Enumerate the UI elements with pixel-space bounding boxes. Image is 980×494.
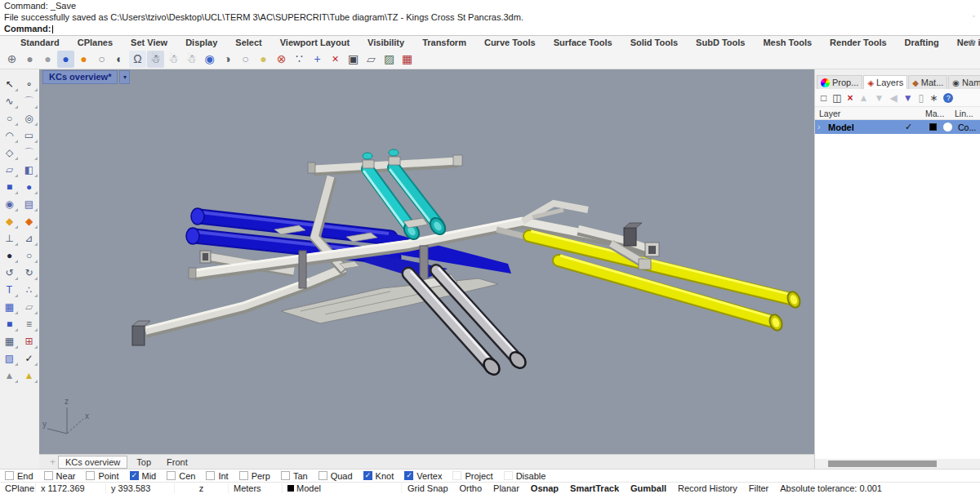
osnap-disable[interactable]: Disable <box>504 471 546 481</box>
surface-patch-icon[interactable]: ◧ <box>20 162 38 178</box>
polygon-icon[interactable]: ◇ <box>1 145 18 161</box>
sun-display-icon[interactable]: ● <box>75 51 92 68</box>
osnap-near[interactable]: Near <box>44 471 76 481</box>
arc-icon[interactable]: ◠ <box>1 127 18 144</box>
delete-layer-icon[interactable]: × <box>848 93 853 103</box>
boolean-difference-icon[interactable]: ○ <box>20 247 38 264</box>
chamfer-icon[interactable]: ⊿ <box>20 230 38 247</box>
raytraced-icon[interactable]: ◉ <box>201 51 218 68</box>
viewport-canvas[interactable]: z y x <box>39 69 814 454</box>
cone-icon[interactable]: ▲ <box>1 367 18 384</box>
tab-material[interactable]: ◆Mat... <box>908 75 947 89</box>
gear-icon[interactable]: ⚙ <box>968 38 976 48</box>
toggle-filter[interactable]: Filter <box>743 483 774 493</box>
match-layer-icon[interactable]: ▯ <box>919 93 924 103</box>
checkbox[interactable] <box>504 471 513 480</box>
rotate-cw-icon[interactable]: ↻ <box>20 265 38 281</box>
render-window-icon[interactable]: ☃ <box>165 51 182 68</box>
osnap-quad[interactable]: Quad <box>318 471 353 481</box>
gold-sphere-icon[interactable]: ● <box>255 51 272 68</box>
toggle-planar[interactable]: Planar <box>488 483 525 493</box>
layer-name[interactable]: Model <box>828 122 905 132</box>
menu-item[interactable]: Display <box>176 38 226 47</box>
osnap-mid[interactable]: Mid <box>130 471 157 481</box>
menu-item[interactable]: Surface Tools <box>545 38 621 47</box>
menu-item[interactable]: Visibility <box>359 38 413 47</box>
checkbox[interactable] <box>44 471 53 480</box>
osnap-tan[interactable]: Tan <box>281 471 308 481</box>
checkbox[interactable] <box>167 471 176 480</box>
torus-icon[interactable]: ◉ <box>1 196 18 212</box>
status-tolerance[interactable]: Absolute tolerance: 0.001 <box>774 483 888 493</box>
menu-item[interactable]: Mesh Tools <box>754 38 821 47</box>
checkbox[interactable] <box>363 471 372 480</box>
tech-display-icon[interactable]: + <box>309 51 326 68</box>
toggle-record-history[interactable]: Record History <box>672 483 743 493</box>
osnap-point[interactable]: Point <box>86 471 118 481</box>
menu-item[interactable]: Standard <box>11 38 69 47</box>
menu-item[interactable]: Transform <box>413 38 475 47</box>
viewport[interactable]: KCs overview* ▾ <box>39 69 814 469</box>
ground-plane-icon[interactable]: ≡ <box>20 316 38 332</box>
checkbox[interactable] <box>281 471 290 480</box>
ghosted-display-icon[interactable]: ○ <box>93 51 110 68</box>
osnap-vertex[interactable]: Vertex <box>404 471 442 481</box>
osnap-int[interactable]: Int <box>206 471 228 481</box>
help-icon[interactable]: ? <box>943 93 953 103</box>
layer-row-model[interactable]: › Model ✓ Co... <box>815 120 980 134</box>
control-point-curve-icon[interactable]: ∿ <box>1 93 18 109</box>
command-prompt[interactable]: Command: <box>0 23 980 34</box>
wireframe-display-icon[interactable]: ⊕ <box>3 51 20 68</box>
osnap-cen[interactable]: Cen <box>167 471 195 481</box>
column-material[interactable]: Ma... <box>925 109 955 118</box>
select-icon[interactable]: ↖ <box>1 76 18 92</box>
viewport-tab-top[interactable]: Top <box>130 456 158 468</box>
pipe-icon[interactable]: ⊞ <box>20 333 38 349</box>
menu-item[interactable]: SubD Tools <box>687 38 754 47</box>
text-icon[interactable]: T <box>1 282 18 298</box>
menu-item[interactable]: Select <box>226 38 270 47</box>
tab-named-views[interactable]: ◉Nam... <box>948 75 980 89</box>
units-cell[interactable]: Meters <box>229 483 283 493</box>
toggle-smarttrack[interactable]: SmartTrack <box>564 483 625 493</box>
hatch-icon[interactable]: ▨ <box>1 350 18 367</box>
command-scroll-gripper[interactable]: ◦ <box>972 11 975 20</box>
osnap-end[interactable]: End <box>5 471 33 481</box>
rectangle-icon[interactable]: ▭ <box>20 127 38 144</box>
checkbox[interactable] <box>452 471 461 480</box>
pyramid-icon[interactable]: ▲ <box>20 367 38 384</box>
toggle-osnap[interactable]: Osnap <box>525 483 564 493</box>
cancel-render-icon[interactable]: × <box>327 51 344 68</box>
blend-curve-icon[interactable]: ⌒ <box>20 145 38 161</box>
monitor-icon[interactable]: ▣ <box>345 51 362 68</box>
shaded-display-icon[interactable]: ● <box>21 51 38 68</box>
white-sphere-icon[interactable]: ○ <box>237 51 254 68</box>
expander-icon[interactable]: › <box>817 122 828 131</box>
toggle-gumball[interactable]: Gumball <box>625 483 672 493</box>
layer-linetype[interactable]: Co... <box>958 122 978 132</box>
osnap-perp[interactable]: Perp <box>239 471 270 481</box>
point-cloud-icon[interactable]: ∴ <box>20 282 38 298</box>
current-layer-cell[interactable]: Model <box>283 483 402 493</box>
viewport-tab-front[interactable]: Front <box>160 456 194 468</box>
ellipse-icon[interactable]: ◎ <box>20 110 38 127</box>
move-left-icon[interactable]: ◀ <box>889 93 897 103</box>
wire-box-icon[interactable]: ▱ <box>363 51 380 68</box>
move-down-icon[interactable]: ▼ <box>875 93 884 103</box>
viewport-title[interactable]: KCs overview* <box>42 70 118 84</box>
tab-properties[interactable]: ●Prop... <box>817 75 862 89</box>
box-icon[interactable]: ■ <box>1 179 18 195</box>
copy-layer-icon[interactable]: ◫ <box>832 93 841 103</box>
slab-icon[interactable]: ▤ <box>20 196 38 212</box>
explode-icon[interactable]: ◆ <box>1 213 18 229</box>
fillet-icon[interactable]: ⊥ <box>1 230 18 247</box>
filter-icon[interactable]: ▼ <box>903 93 913 103</box>
scrollbar-thumb[interactable] <box>828 461 937 467</box>
panel-horizontal-scrollbar[interactable] <box>815 459 980 469</box>
checkbox[interactable] <box>86 471 95 480</box>
current-layer-check-icon[interactable]: ✓ <box>905 122 929 132</box>
tab-layers[interactable]: ◈Layers <box>863 75 907 89</box>
checkbox[interactable] <box>130 471 139 480</box>
render-icon[interactable]: ☃ <box>147 51 164 68</box>
checkbox[interactable] <box>239 471 248 480</box>
